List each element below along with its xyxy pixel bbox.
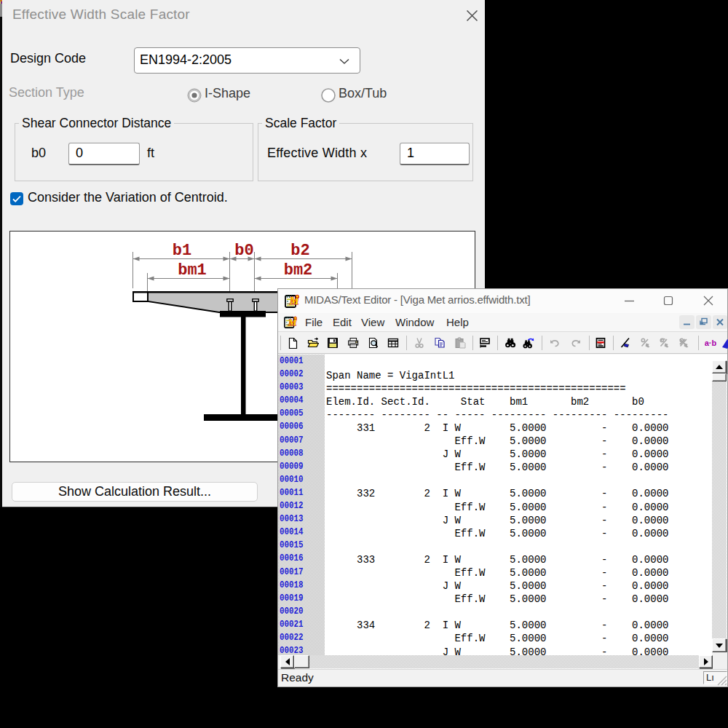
svg-text:bm1: bm1: [178, 261, 207, 280]
svg-text:b0: b0: [234, 242, 253, 260]
svg-text:a·b: a·b: [705, 339, 716, 347]
svg-text:b2: b2: [290, 242, 309, 260]
svg-text:bm2: bm2: [284, 261, 313, 280]
svg-text:b1: b1: [173, 242, 191, 260]
